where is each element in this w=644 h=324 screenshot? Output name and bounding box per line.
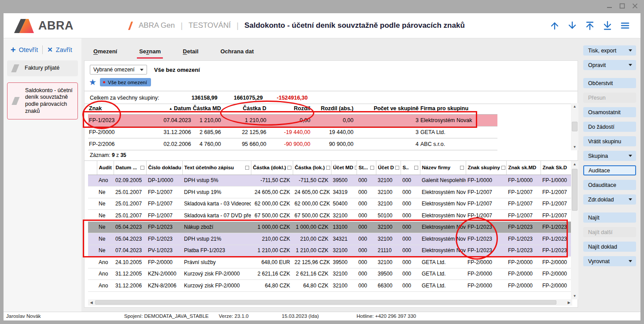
journal-row[interactable]: Ne25.01.2007FP-1/2007Skladová karta - 03…: [88, 198, 572, 210]
scroll-up-arrow-icon[interactable]: ▲: [571, 103, 578, 110]
action-button-odauditace[interactable]: Odauditace: [583, 180, 636, 190]
filter-box-icon[interactable]: [140, 166, 144, 170]
journal-cell-s: 000: [401, 186, 420, 198]
journal-col-header-slo-dokladu[interactable]: Číslo dokladu: [146, 161, 182, 175]
journal-col-header-text-etn-ho-z-pisu[interactable]: Text účetního zápisu: [182, 161, 251, 175]
journal-col-header-et-md[interactable]: Účet MD: [331, 161, 357, 175]
group-row[interactable]: FP-2/000031.12.20062 685,9622 125,96-19 …: [88, 126, 497, 138]
scroll-down-arrow-icon[interactable]: ▼: [571, 293, 578, 299]
journal-row[interactable]: Ne07.04.2023PV-1/2023Platba FP-1/20231 2…: [88, 245, 572, 257]
group-row[interactable]: FP-1/202307.04.20231 210,001 210,000,000…: [88, 114, 497, 126]
scroll-down-arrow-icon[interactable]: ▼: [571, 144, 578, 150]
groups-col-header-rozd-l[interactable]: Rozdíl: [267, 103, 311, 114]
menu-icon[interactable]: [620, 21, 630, 32]
action-button-p-esun[interactable]: Přesun: [583, 93, 636, 103]
journal-col-header-label: Částka (lok.): [295, 165, 325, 170]
filter-box-icon[interactable]: [414, 166, 418, 170]
filter-box-icon[interactable]: [395, 166, 399, 170]
journal-row[interactable]: Ne25.01.2007FP-1/2007DPH vstup 19%24 605…: [88, 186, 572, 198]
journal-col-header-datum[interactable]: Datum ...: [114, 161, 146, 175]
groups-col-header-stka-d[interactable]: Částka D: [222, 103, 267, 114]
journal-cell-castka_dokl: 648,00 EUR: [251, 257, 293, 268]
scroll-left-arrow-icon[interactable]: ◀: [88, 299, 95, 305]
workspace-item-saldokonto-etn-den-k[interactable]: Saldokonto - účetní deník souvztažně pod…: [7, 82, 78, 120]
filter-box-icon[interactable]: [370, 166, 374, 170]
row-selector-cell: [88, 280, 97, 292]
scrollbar-thumb[interactable]: [95, 300, 556, 305]
maximize-icon[interactable]: [619, 3, 625, 9]
journal-col-header-s[interactable]: S..: [401, 161, 420, 175]
journal-row[interactable]: Ano31.12.2006KZN-8/2006Kurzový zisk FP-2…: [88, 280, 572, 292]
filter-box-icon[interactable]: [355, 166, 357, 170]
tab-detail[interactable]: Detail: [182, 46, 199, 59]
journal-row[interactable]: Ano02.09.2005DP-1/0000DPH vstup 5%-711,5…: [88, 175, 572, 186]
scrollbar-thumb[interactable]: [572, 169, 578, 211]
action-button-ob-erstvit[interactable]: Občerstvit: [583, 78, 636, 88]
left-panel: + Otevřít ✕ Zavřít Faktury přijatéSaldok…: [4, 38, 81, 312]
filter-box-icon[interactable]: [326, 166, 330, 170]
restriction-dropdown[interactable]: Vybrané omezení: [90, 65, 147, 74]
filter-box-icon[interactable]: [460, 166, 464, 170]
star-icon[interactable]: ★: [89, 78, 96, 86]
filter-box-icon[interactable]: [501, 166, 505, 170]
filter-box-icon[interactable]: [287, 166, 291, 170]
action-button-naj-t-doklad[interactable]: Najít doklad: [583, 242, 636, 252]
arrow-down-icon[interactable]: [567, 21, 577, 32]
journal-col-header-znak-skupiny[interactable]: Znak skupiny: [466, 161, 506, 175]
workspace-item-faktury-p-ijat[interactable]: Faktury přijaté: [7, 60, 78, 76]
tab-omezen[interactable]: Omezení: [92, 46, 118, 59]
tab-seznam[interactable]: Seznam: [138, 46, 162, 59]
arrow-to-bottom-icon[interactable]: [603, 21, 612, 32]
close-icon[interactable]: [632, 3, 638, 9]
abra-slash-icon: [11, 64, 19, 72]
groups-col-header-po-et-ve-skupin[interactable]: Počet ve skupině: [354, 103, 420, 114]
journal-col-header-et-d[interactable]: Účet D: [376, 161, 401, 175]
journal-col-header-znak-sk-md[interactable]: Znak sk.MD: [506, 161, 541, 175]
journal-col-header-stka-lok[interactable]: Částka (lok.): [293, 161, 331, 175]
journal-col-header-znak-sk-d[interactable]: Znak Sk.D: [541, 161, 572, 175]
action-button-zdr-doklad[interactable]: Zdr.doklad: [583, 194, 636, 205]
group-cell-pocet: 3: [354, 126, 420, 138]
action-button-opravit[interactable]: Opravit: [583, 60, 636, 70]
scrollbar-thumb[interactable]: [572, 122, 578, 131]
arrow-to-top-icon[interactable]: [585, 21, 595, 32]
journal-row[interactable]: Ne05.04.2023FP-1/2023DPH vstup 21%210,00…: [88, 233, 572, 245]
arrow-up-icon[interactable]: [550, 21, 559, 32]
scroll-right-arrow-icon[interactable]: ▶: [566, 299, 572, 305]
action-button-vr-tit-skupinu[interactable]: Vrátit skupinu: [583, 136, 636, 146]
filter-box-icon[interactable]: [245, 166, 249, 170]
action-button-auditace[interactable]: Auditace: [583, 165, 636, 175]
journal-col-header-audit[interactable]: Audit: [97, 161, 114, 175]
open-button[interactable]: + Otevřít: [11, 46, 38, 53]
journal-col-header-st[interactable]: St...: [357, 161, 376, 175]
journal-row[interactable]: Ano24.10.2005FP-2/0000Právní služby648,0…: [88, 257, 572, 268]
action-button-skupina[interactable]: Skupina: [583, 151, 636, 161]
tab-ochrana-dat[interactable]: Ochrana dat: [220, 46, 255, 59]
action-button-naj-t-dal[interactable]: Najít další: [583, 227, 636, 237]
journal-col-header-n-zev-firmy[interactable]: Název firmy: [420, 161, 466, 175]
journal-cell-cislo: DP-1/0000: [146, 175, 182, 186]
action-button-tisk-export[interactable]: Tisk, export: [583, 45, 636, 56]
action-button-do-dost[interactable]: Do žádostí: [583, 122, 636, 132]
groups-col-header-stka-md[interactable]: Částka MD: [192, 103, 222, 114]
groups-col-header-datum[interactable]: ▲ Datum: [136, 103, 192, 114]
journal-cell-castka_lok: 62 000,00 CZK: [293, 198, 331, 210]
action-button-osamostatnit[interactable]: Osamostatnit: [583, 107, 636, 117]
close-tab-button[interactable]: ✕ Zavřít: [47, 46, 72, 54]
journal-row[interactable]: Ano31.12.2005KZN-2/0000Kurzový zisk FP-2…: [88, 268, 572, 280]
action-button-vyrovnat[interactable]: Vyrovnat: [583, 256, 636, 266]
minimize-icon[interactable]: [607, 3, 612, 9]
action-button-naj-t[interactable]: Najít: [583, 212, 636, 223]
groups-col-header-rozd-l-abs[interactable]: Rozdíl (abs.): [311, 103, 354, 114]
journal-cell-text: DPH vstup 21%: [182, 233, 251, 245]
restriction-chip[interactable]: Vše bez omezení: [100, 78, 151, 86]
groups-col-header-znak[interactable]: Znak: [88, 103, 136, 114]
journal-row[interactable]: Ne25.01.2007FP-1/2007Skladová karta - 07…: [88, 210, 572, 222]
journal-row[interactable]: Ne05.04.2023FP-1/2023Nákup zboží1 000,00…: [88, 221, 572, 233]
groups-col-header-firma-pro-skupinu[interactable]: Firma pro skupinu: [420, 103, 497, 114]
journal-col-header-stka-dokl[interactable]: Částka (dokl.): [251, 161, 293, 175]
scroll-up-arrow-icon[interactable]: ▲: [571, 161, 578, 168]
row-selector-cell: [88, 221, 97, 233]
group-row[interactable]: FP-2/200602.02.20064 760,0095 660,00-90 …: [88, 138, 497, 150]
journal-cell-datum: 31.12.2006: [114, 280, 146, 292]
